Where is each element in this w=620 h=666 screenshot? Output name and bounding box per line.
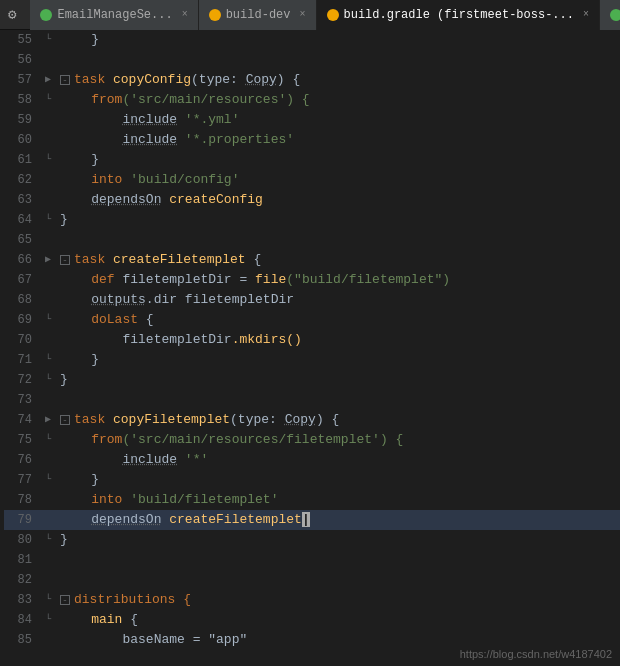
table-row: 66▶-task createFiletemplet { xyxy=(4,250,620,270)
fold-gutter[interactable]: └ xyxy=(40,590,56,610)
line-number: 75 xyxy=(4,430,40,450)
line-number: 68 xyxy=(4,290,40,310)
code-line: main { xyxy=(56,610,620,630)
tab-label-email: EmailManageSe... xyxy=(57,8,172,22)
code-area[interactable]: 55└ }5657▶-task copyConfig(type: Copy) {… xyxy=(0,30,620,666)
table-row: 82 xyxy=(4,570,620,590)
fold-gutter[interactable]: └ xyxy=(40,370,56,390)
line-number: 70 xyxy=(4,330,40,350)
table-row: 67 def filetempletDir = file("build/file… xyxy=(4,270,620,290)
table-row: 61└ } xyxy=(4,150,620,170)
fold-gutter[interactable]: ▶ xyxy=(40,70,56,90)
line-number: 58 xyxy=(4,90,40,110)
table-row: 68 outputs.dir filetempletDir xyxy=(4,290,620,310)
tab-close-gradle[interactable]: × xyxy=(583,9,589,20)
tab-send-email[interactable]: SendEmail... × xyxy=(600,0,620,30)
table-row: 74▶-task copyFiletemplet(type: Copy) { xyxy=(4,410,620,430)
code-line: into 'build/config' xyxy=(56,170,620,190)
fold-gutter[interactable]: └ xyxy=(40,210,56,230)
line-number: 66 xyxy=(4,250,40,270)
code-line: outputs.dir filetempletDir xyxy=(56,290,620,310)
table-row: 81 xyxy=(4,550,620,570)
code-line: from('src/main/resources/filetemplet') { xyxy=(56,430,620,450)
code-line: doLast { xyxy=(56,310,620,330)
fold-gutter[interactable]: └ xyxy=(40,530,56,550)
tab-build-gradle[interactable]: build.gradle (firstmeet-boss-... × xyxy=(317,0,600,30)
tab-bar: ⚙ EmailManageSe... × build-dev × build.g… xyxy=(0,0,620,30)
table-row: 55└ } xyxy=(4,30,620,50)
line-number: 63 xyxy=(4,190,40,210)
fold-gutter[interactable]: └ xyxy=(40,30,56,50)
code-line: } xyxy=(56,530,620,550)
code-line: } xyxy=(56,470,620,490)
code-line: dependsOn createFiletemplet| xyxy=(56,510,620,530)
table-row: 83└-distributions { xyxy=(4,590,620,610)
tab-build-dev[interactable]: build-dev × xyxy=(199,0,317,30)
table-row: 56 xyxy=(4,50,620,70)
watermark: https://blog.csdn.net/w4187402 xyxy=(460,648,612,660)
fold-gutter[interactable]: ▶ xyxy=(40,410,56,430)
fold-gutter[interactable]: └ xyxy=(40,150,56,170)
table-row: 75└ from('src/main/resources/filetemplet… xyxy=(4,430,620,450)
tab-close-build-dev[interactable]: × xyxy=(299,9,305,20)
line-number: 83 xyxy=(4,590,40,610)
fold-gutter[interactable]: ▶ xyxy=(40,250,56,270)
line-number: 78 xyxy=(4,490,40,510)
code-line: } xyxy=(56,210,620,230)
editor: 55└ }5657▶-task copyConfig(type: Copy) {… xyxy=(0,30,620,666)
code-line: -distributions { xyxy=(56,590,620,610)
line-number: 73 xyxy=(4,390,40,410)
line-number: 56 xyxy=(4,50,40,70)
tab-icon-build-dev xyxy=(209,9,221,21)
code-line: baseName = "app" xyxy=(56,630,620,650)
tab-email-manage[interactable]: EmailManageSe... × xyxy=(30,0,198,30)
tab-icon-email xyxy=(40,9,52,21)
line-number: 84 xyxy=(4,610,40,630)
fold-gutter[interactable]: └ xyxy=(40,470,56,490)
code-line: def filetempletDir = file("build/filetem… xyxy=(56,270,620,290)
line-number: 76 xyxy=(4,450,40,470)
line-number: 64 xyxy=(4,210,40,230)
table-row: 64└} xyxy=(4,210,620,230)
line-number: 81 xyxy=(4,550,40,570)
code-line: } xyxy=(56,30,620,50)
table-row: 71└ } xyxy=(4,350,620,370)
code-line: into 'build/filetemplet' xyxy=(56,490,620,510)
fold-gutter[interactable]: └ xyxy=(40,90,56,110)
toolbar-left: ⚙ xyxy=(0,6,30,23)
fold-gutter[interactable]: └ xyxy=(40,610,56,630)
table-row: 85 baseName = "app" xyxy=(4,630,620,650)
line-number: 82 xyxy=(4,570,40,590)
line-number: 71 xyxy=(4,350,40,370)
tab-icon-gradle xyxy=(327,9,339,21)
table-row: 84└ main { xyxy=(4,610,620,630)
table-row: 65 xyxy=(4,230,620,250)
table-row: 78 into 'build/filetemplet' xyxy=(4,490,620,510)
code-line: from('src/main/resources') { xyxy=(56,90,620,110)
table-row: 69└ doLast { xyxy=(4,310,620,330)
table-row: 79 dependsOn createFiletemplet| xyxy=(4,510,620,530)
gear-icon[interactable]: ⚙ xyxy=(8,6,16,23)
line-number: 55 xyxy=(4,30,40,50)
table-row: 80└} xyxy=(4,530,620,550)
fold-gutter[interactable]: └ xyxy=(40,430,56,450)
line-number: 80 xyxy=(4,530,40,550)
line-number: 60 xyxy=(4,130,40,150)
table-row: 77└ } xyxy=(4,470,620,490)
table-row: 63 dependsOn createConfig xyxy=(4,190,620,210)
table-row: 76 include '*' xyxy=(4,450,620,470)
code-line: -task createFiletemplet { xyxy=(56,250,620,270)
tab-close-email[interactable]: × xyxy=(182,9,188,20)
table-row: 57▶-task copyConfig(type: Copy) { xyxy=(4,70,620,90)
code-line: dependsOn createConfig xyxy=(56,190,620,210)
table-row: 60 include '*.properties' xyxy=(4,130,620,150)
editor-content: 55└ }5657▶-task copyConfig(type: Copy) {… xyxy=(0,30,620,666)
code-line: include '*' xyxy=(56,450,620,470)
code-line: include '*.properties' xyxy=(56,130,620,150)
code-line: -task copyConfig(type: Copy) { xyxy=(56,70,620,90)
code-line: include '*.yml' xyxy=(56,110,620,130)
tab-label-gradle: build.gradle (firstmeet-boss-... xyxy=(344,8,574,22)
fold-gutter[interactable]: └ xyxy=(40,350,56,370)
table-row: 73 xyxy=(4,390,620,410)
fold-gutter[interactable]: └ xyxy=(40,310,56,330)
